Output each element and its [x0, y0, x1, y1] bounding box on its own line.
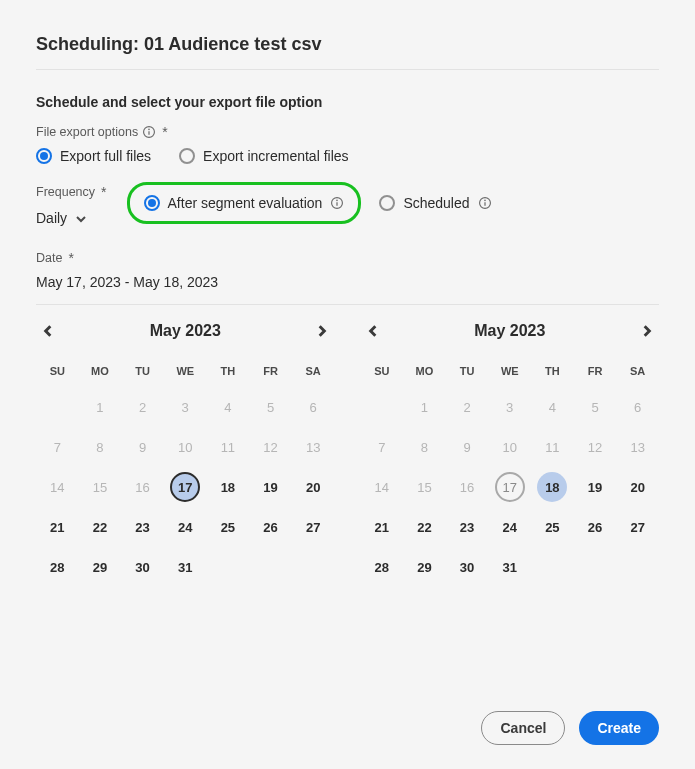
calendar-title: May 2023	[150, 322, 221, 340]
frequency-label-row: Frequency *	[36, 184, 107, 200]
frequency-left: Frequency * Daily	[36, 184, 107, 226]
calendar-day[interactable]: 21	[36, 507, 79, 547]
calendar-day[interactable]: 23	[121, 507, 164, 547]
calendar-day[interactable]: 26	[574, 507, 617, 547]
calendar-day[interactable]: 18	[207, 467, 250, 507]
calendar-day: 12	[249, 427, 292, 467]
calendar-prev-button[interactable]	[361, 319, 385, 343]
calendar-day[interactable]: 17	[164, 467, 207, 507]
calendar-day	[574, 547, 617, 587]
calendar-dow: MO	[403, 359, 446, 387]
scheduled-option[interactable]: Scheduled	[379, 195, 491, 211]
calendar-dow: SU	[36, 359, 79, 387]
calendar-day[interactable]: 25	[207, 507, 250, 547]
cancel-button[interactable]: Cancel	[481, 711, 565, 745]
calendar-day[interactable]: 20	[616, 467, 659, 507]
calendar-day: 6	[616, 387, 659, 427]
calendar-day[interactable]: 27	[616, 507, 659, 547]
date-label-row: Date *	[36, 250, 659, 266]
calendar-dow: MO	[79, 359, 122, 387]
info-icon[interactable]	[142, 125, 156, 139]
calendar-left: May 2023SUMOTUWETHFRSA123456789101112131…	[36, 319, 335, 587]
calendar-day[interactable]: 28	[361, 547, 404, 587]
calendar-dow: WE	[488, 359, 531, 387]
calendar-day[interactable]: 19	[574, 467, 617, 507]
calendar-day[interactable]: 23	[446, 507, 489, 547]
calendar-day[interactable]: 22	[79, 507, 122, 547]
divider	[36, 69, 659, 70]
calendar-day[interactable]: 27	[292, 507, 335, 547]
radio-label: Scheduled	[403, 195, 469, 211]
info-icon[interactable]	[478, 196, 492, 210]
calendar-next-button[interactable]	[635, 319, 659, 343]
calendar-day: 8	[79, 427, 122, 467]
calendar-dow: SA	[292, 359, 335, 387]
calendar-day[interactable]: 31	[164, 547, 207, 587]
calendar-day: 7	[36, 427, 79, 467]
calendar-day[interactable]: 21	[361, 507, 404, 547]
export-incremental-files-option[interactable]: Export incremental files	[179, 148, 349, 164]
calendar-day[interactable]: 30	[446, 547, 489, 587]
calendar-day	[616, 547, 659, 587]
calendar-day: 4	[531, 387, 574, 427]
calendar-day: 4	[207, 387, 250, 427]
calendar-day: 13	[616, 427, 659, 467]
radio-label: Export incremental files	[203, 148, 349, 164]
radio-icon	[179, 148, 195, 164]
calendar-right: May 2023SUMOTUWETHFRSA123456789101112131…	[361, 319, 660, 587]
dropdown-value: Daily	[36, 210, 67, 226]
calendar-day: 1	[79, 387, 122, 427]
required-asterisk: *	[162, 124, 167, 140]
date-label: Date	[36, 251, 62, 265]
calendar-dow: TH	[207, 359, 250, 387]
calendar-day: 10	[488, 427, 531, 467]
frequency-dropdown[interactable]: Daily	[36, 206, 107, 226]
calendar-day[interactable]: 26	[249, 507, 292, 547]
calendar-day: 5	[249, 387, 292, 427]
create-button[interactable]: Create	[579, 711, 659, 745]
scheduling-dialog: Scheduling: 01 Audience test csv Schedul…	[0, 0, 695, 611]
calendar-day	[36, 387, 79, 427]
calendar-day: 9	[446, 427, 489, 467]
calendar-day	[531, 547, 574, 587]
calendar-dow: SU	[361, 359, 404, 387]
calendar-next-button[interactable]	[310, 319, 334, 343]
calendar-dow: SA	[616, 359, 659, 387]
calendar-day: 14	[36, 467, 79, 507]
calendar-day: 7	[361, 427, 404, 467]
calendar-day: 3	[488, 387, 531, 427]
calendar-day: 16	[446, 467, 489, 507]
calendar-prev-button[interactable]	[36, 319, 60, 343]
calendar-day[interactable]: 24	[488, 507, 531, 547]
dialog-footer: Cancel Create	[481, 711, 659, 745]
date-range-text: May 17, 2023 - May 18, 2023	[36, 274, 659, 290]
calendar-day[interactable]: 25	[531, 507, 574, 547]
after-segment-evaluation-option[interactable]: After segment evaluation	[144, 195, 345, 211]
calendar-day[interactable]: 22	[403, 507, 446, 547]
calendar-pair: May 2023SUMOTUWETHFRSA123456789101112131…	[36, 319, 659, 587]
calendar-day[interactable]: 20	[292, 467, 335, 507]
export-full-files-option[interactable]: Export full files	[36, 148, 151, 164]
calendar-dow: FR	[249, 359, 292, 387]
file-export-radio-group: Export full files Export incremental fil…	[36, 148, 659, 164]
calendar-day[interactable]: 18	[531, 467, 574, 507]
calendar-day[interactable]: 29	[403, 547, 446, 587]
calendar-dow: TU	[121, 359, 164, 387]
calendar-day	[292, 547, 335, 587]
calendar-day: 16	[121, 467, 164, 507]
calendar-day: 6	[292, 387, 335, 427]
info-icon[interactable]	[330, 196, 344, 210]
calendar-day[interactable]: 24	[164, 507, 207, 547]
divider	[36, 304, 659, 305]
calendar-day[interactable]: 17	[488, 467, 531, 507]
calendar-day[interactable]: 29	[79, 547, 122, 587]
calendar-dow: FR	[574, 359, 617, 387]
svg-point-4	[337, 200, 339, 202]
frequency-label: Frequency	[36, 185, 95, 199]
calendar-day[interactable]: 28	[36, 547, 79, 587]
calendar-dow: TH	[531, 359, 574, 387]
calendar-day[interactable]: 30	[121, 547, 164, 587]
calendar-dow: WE	[164, 359, 207, 387]
calendar-day[interactable]: 19	[249, 467, 292, 507]
calendar-day[interactable]: 31	[488, 547, 531, 587]
